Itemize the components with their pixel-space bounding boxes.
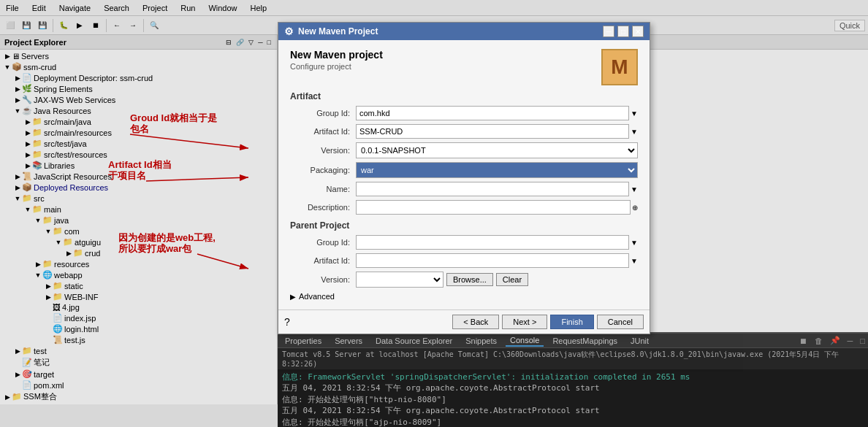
dialog-footer: ? < Back Next > Finish Cancel: [278, 309, 650, 334]
parent-group-id-dropdown-icon[interactable]: ▼: [631, 239, 638, 247]
next-button[interactable]: Next >: [502, 315, 547, 329]
dialog-body: New Maven project Configure project M Ar…: [278, 40, 650, 309]
artifact-id-dropdown-icon[interactable]: ▼: [631, 128, 638, 136]
clear-button[interactable]: Clear: [496, 273, 528, 286]
cancel-button[interactable]: Cancel: [597, 315, 644, 329]
parent-group-id-input[interactable]: [356, 235, 629, 250]
dialog-maximize-btn[interactable]: □: [617, 26, 629, 37]
advanced-label: Advanced: [299, 292, 335, 301]
advanced-row[interactable]: ▶ Advanced: [290, 292, 638, 301]
maven-logo-letter: M: [611, 55, 628, 79]
version-select[interactable]: 0.0.1-SNAPSHOT: [356, 142, 638, 158]
dialog-maven-icon: ⚙: [284, 26, 294, 37]
group-id-label: Group Id:: [290, 109, 356, 118]
description-expand-icon[interactable]: ⊕: [632, 204, 638, 212]
dialog-heading: New Maven project: [290, 49, 383, 61]
group-id-input[interactable]: [356, 106, 629, 120]
parent-artifact-id-label: Artifact Id:: [290, 256, 356, 265]
back-button[interactable]: < Back: [452, 315, 499, 329]
group-id-dropdown-icon[interactable]: ▼: [631, 109, 638, 118]
artifact-id-row: Artifact Id: ▼: [290, 124, 638, 139]
description-input[interactable]: [356, 200, 631, 215]
dialog-close-btn[interactable]: ✕: [632, 26, 644, 37]
description-label: Description:: [290, 203, 356, 212]
dialog-overlay: ⚙ New Maven Project ─ □ ✕ New Maven proj…: [0, 0, 868, 427]
artifact-section-label: Artifact: [290, 91, 638, 101]
parent-artifact-id-dropdown-icon[interactable]: ▼: [631, 257, 638, 265]
dialog-title-left: ⚙ New Maven Project: [284, 26, 378, 37]
advanced-arrow-icon: ▶: [290, 293, 296, 301]
dialog-maven-logo: M: [601, 49, 638, 85]
name-label: Name:: [290, 185, 356, 193]
parent-version-label: Version:: [290, 275, 356, 284]
parent-section-label: Parent Project: [290, 220, 638, 231]
dialog-title-text: New Maven Project: [298, 26, 378, 36]
dialog-controls: ─ □ ✕: [603, 26, 644, 37]
finish-button[interactable]: Finish: [550, 315, 593, 329]
browse-button[interactable]: Browse...: [446, 273, 493, 286]
dialog-subheading: Configure project: [290, 62, 383, 71]
maven-dialog: ⚙ New Maven Project ─ □ ✕ New Maven proj…: [278, 22, 650, 334]
version-label: Version:: [290, 146, 356, 155]
description-row: Description: ⊕: [290, 200, 638, 215]
footer-buttons: < Back Next > Finish Cancel: [452, 315, 644, 329]
dialog-titlebar: ⚙ New Maven Project ─ □ ✕: [278, 23, 650, 40]
group-id-row: Group Id: ▼: [290, 106, 638, 120]
parent-group-id-row: Group Id: ▼: [290, 235, 638, 250]
parent-artifact-id-input[interactable]: [356, 253, 629, 268]
help-button[interactable]: ?: [284, 316, 290, 328]
parent-version-select[interactable]: [356, 272, 443, 288]
parent-group-id-label: Group Id:: [290, 238, 356, 247]
packaging-label: Packaging:: [290, 166, 356, 174]
parent-version-row: Version: Browse... Clear: [290, 272, 638, 288]
artifact-id-input[interactable]: [356, 124, 629, 139]
artifact-id-label: Artifact Id:: [290, 127, 356, 136]
parent-artifact-id-row: Artifact Id: ▼: [290, 253, 638, 268]
name-dropdown-icon[interactable]: ▼: [631, 185, 638, 193]
dialog-minimize-btn[interactable]: ─: [603, 26, 614, 37]
name-input[interactable]: [356, 182, 629, 196]
packaging-row: Packaging: war jar pom: [290, 162, 638, 178]
name-row: Name: ▼: [290, 182, 638, 196]
version-row: Version: 0.0.1-SNAPSHOT: [290, 142, 638, 158]
packaging-select[interactable]: war jar pom: [356, 162, 638, 178]
